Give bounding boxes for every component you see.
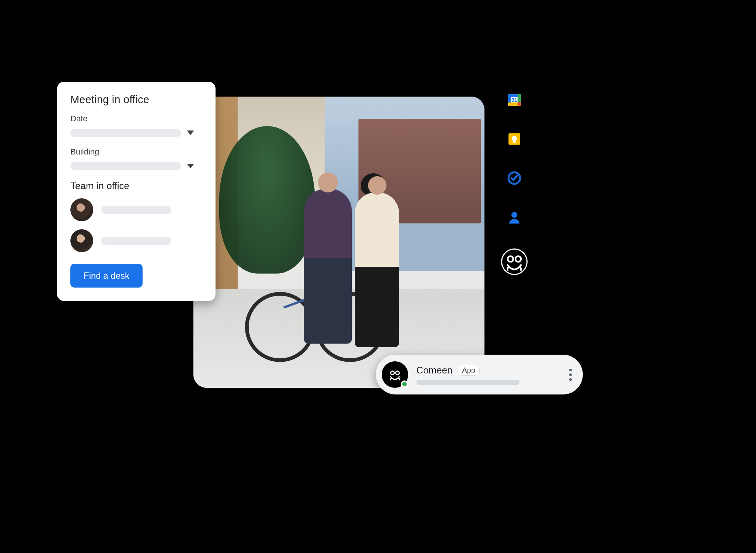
comeen-icon[interactable] — [501, 248, 528, 275]
app-badge: App — [458, 365, 480, 376]
contacts-icon[interactable] — [507, 209, 522, 225]
message-placeholder — [416, 380, 519, 385]
building-select[interactable] — [70, 162, 202, 170]
avatar — [70, 198, 93, 221]
meeting-card: Meeting in office Date Building Team in … — [57, 82, 216, 301]
avatar — [70, 229, 93, 252]
date-select[interactable] — [70, 129, 202, 137]
svg-rect-6 — [518, 102, 521, 106]
member-name-placeholder — [101, 237, 171, 245]
svg-point-11 — [511, 212, 517, 218]
team-member — [70, 198, 202, 221]
svg-point-15 — [391, 371, 395, 375]
presence-indicator — [401, 380, 408, 388]
date-label: Date — [70, 114, 202, 124]
svg-text:31: 31 — [511, 97, 517, 103]
team-subtitle: Team in office — [70, 180, 202, 192]
chevron-down-icon — [187, 131, 194, 135]
hero-photo — [193, 97, 484, 388]
chevron-down-icon — [187, 164, 194, 168]
building-value-placeholder — [70, 162, 181, 170]
building-label: Building — [70, 147, 202, 157]
svg-rect-9 — [513, 142, 516, 143]
tasks-icon[interactable] — [507, 170, 522, 186]
comeen-logo — [382, 361, 408, 388]
more-menu-button[interactable] — [569, 369, 572, 381]
team-member — [70, 229, 202, 252]
side-panel-rail: 31 — [501, 92, 528, 275]
find-desk-button[interactable]: Find a desk — [70, 264, 143, 288]
svg-point-16 — [396, 371, 399, 375]
calendar-icon[interactable]: 31 — [507, 92, 522, 108]
app-name: Comeen — [416, 365, 452, 376]
date-value-placeholder — [70, 129, 181, 137]
member-name-placeholder — [101, 206, 171, 214]
app-chat-bubble[interactable]: Comeen App — [376, 355, 583, 394]
card-title: Meeting in office — [70, 94, 202, 106]
keep-icon[interactable] — [507, 131, 522, 147]
